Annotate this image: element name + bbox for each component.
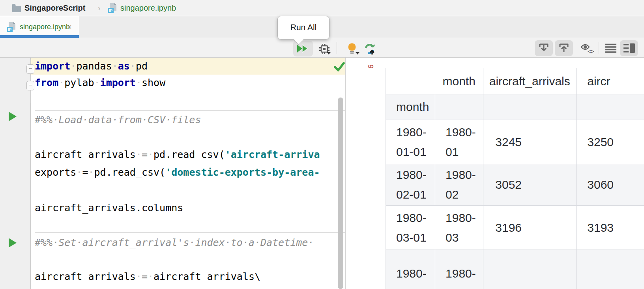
code-line[interactable]: aircraft_arrivals·=·pd.read_csv('aircraf… [35,146,320,163]
column-header-cell[interactable]: month [435,68,483,94]
ipynb-file-icon: IP [6,22,17,32]
code-token: aircraft_arrivals [35,149,136,160]
table-cell[interactable]: 3193 [577,206,644,250]
code-token: pd [136,60,148,72]
tab-singapore-ipynb[interactable]: IP singapore.ipynb × [0,16,79,38]
table-cell[interactable]: 1980-03-01 [386,206,435,250]
cell-success-check-icon [334,62,345,71]
tab-close-icon[interactable]: × [67,16,72,38]
code-token: · [112,60,118,72]
code-line[interactable]: exports·=·pd.read_csv('domestic-exports-… [35,164,320,181]
table-row: 1980-1980- [386,250,644,289]
code-token: import [100,77,136,88]
active-tab-indicator [0,35,79,38]
table-cell[interactable] [577,94,644,120]
code-line[interactable]: aircraft_arrivals.columns [35,200,183,216]
table-cell[interactable] [435,94,483,120]
notebook-toolbar: Managed Jupyter server: auto-start Not s… [0,38,644,58]
table-cell[interactable]: 3060 [577,164,644,206]
table-row: 1980-02-011980-0230523060 [386,164,644,206]
table-cell[interactable]: month [386,94,435,120]
code-editor[interactable]: − − import·pandas·as·pdfrom·pylab·import… [0,58,346,289]
table-cell[interactable]: 1980-03 [435,206,483,250]
chevron-down-icon [327,52,331,54]
code-token: pandas [76,60,112,72]
table-cell[interactable]: 1980- [386,250,435,289]
tooltip-text: Run All [278,16,329,38]
table-cell[interactable]: 1980- [435,250,483,289]
svg-text:IP: IP [109,9,113,13]
code-token: = [82,167,88,178]
table-cell[interactable] [483,250,577,289]
code-line[interactable]: import·pandas·as·pd [35,58,148,75]
column-header-cell[interactable]: aircr [577,68,644,94]
ipynb-file-icon: IP [107,3,118,13]
dataframe-table: monthaircraft_arrivalsaircrmonth1980-01-… [386,68,644,289]
code-token: · [88,167,94,178]
cell-separator [35,111,345,111]
run-all-icon [297,44,310,53]
editor-gutter [0,58,31,289]
run-all-tooltip: Run All [277,16,329,39]
sync-button[interactable] [361,41,378,56]
breadcrumb-project[interactable]: SingaporeScript [24,0,85,16]
code-line[interactable]: #%%·Load·data·from·CSV·files [35,112,201,128]
code-token: as [118,60,130,72]
run-cell-icon[interactable] [9,238,17,248]
breadcrumb-file[interactable]: singapore.ipynb [120,0,176,16]
table-cell[interactable]: 1980-01-01 [386,120,435,164]
code-token: · [136,149,142,160]
table-cell[interactable]: 3052 [483,164,577,206]
execution-count: 9 [366,64,374,68]
run-cell-icon[interactable] [9,112,17,121]
fold-marker-icon[interactable]: − [26,81,34,90]
run-all-button[interactable] [293,41,313,56]
table-cell[interactable]: 3245 [483,120,577,164]
tab-title: singapore.ipynb [20,16,70,38]
column-header-cell[interactable] [386,68,435,94]
code-line[interactable]: aircraft_arrivals·=·aircraft_arrivals\ [35,268,260,285]
ide-window: SingaporeScript › IP singapore.ipynb IP … [0,0,644,289]
code-token: · [136,77,142,88]
header-row: monthaircraft_arrivalsaircr [386,68,644,94]
run-with-options-button[interactable] [316,41,333,56]
arrow-up-bracket-icon [559,43,569,53]
table-cell[interactable] [483,94,577,120]
code-token: · [58,77,64,88]
table-cell[interactable] [577,250,644,289]
cell-separator [35,233,345,233]
toolbar-separator [337,42,337,54]
code-token: · [94,77,100,88]
dataframe-output[interactable]: monthaircraft_arrivalsaircrmonth1980-01-… [386,68,644,289]
code-token: pd.read_csv( [94,167,166,178]
intention-bulb-button[interactable] [344,41,361,56]
editor-scrollbar[interactable] [338,98,343,289]
code-token: pd.read_csv( [154,149,225,160]
code-token: aircraft_arrivals.columns [35,202,183,214]
editor-only-view-button[interactable] [603,40,619,56]
code-token: exports [35,167,76,178]
code-token: · [148,271,154,282]
column-header-cell[interactable]: aircraft_arrivals [483,68,577,94]
split-view-button[interactable] [620,40,638,56]
code-token: 'aircraft-arriva [225,149,320,160]
fold-marker-icon[interactable]: − [26,64,34,74]
code-line[interactable]: #%%·Set·aircraft_arrival's·index·to·a·Da… [35,235,314,251]
index-name-row: month [386,94,644,120]
preview-code-button[interactable]: <> [579,40,595,56]
scroll-to-start-toggle[interactable] [555,40,573,56]
eye-code-icon: <> [580,43,594,54]
table-cell[interactable]: 3250 [577,120,644,164]
scroll-to-end-toggle[interactable] [535,40,553,56]
code-token: · [148,149,154,160]
arrow-down-bracket-icon [539,43,549,53]
code-line[interactable]: from·pylab·import·show [35,75,165,91]
toolbar-separator [599,42,599,54]
output-pane: 9 monthaircraft_arrivalsaircrmonth1980-0… [346,58,644,289]
code-token: show [142,77,165,88]
table-cell[interactable]: 3196 [483,206,577,250]
table-cell[interactable]: 1980-02 [435,164,483,206]
code-token: · [130,60,136,72]
table-cell[interactable]: 1980-02-01 [386,164,435,206]
table-cell[interactable]: 1980-01 [435,120,483,164]
